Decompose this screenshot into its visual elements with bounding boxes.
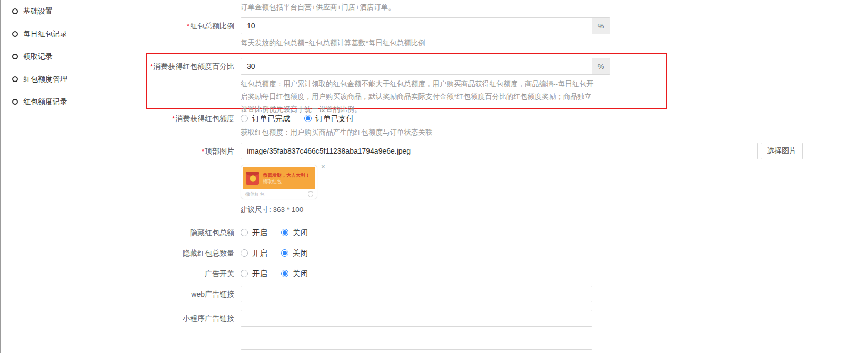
ad-switch-label: 广告开关 [76, 268, 234, 279]
image-size-hint: 建议尺寸: 363 * 100 [241, 205, 303, 215]
required-asterisk: * [187, 22, 189, 30]
circle-bullet-icon [12, 99, 18, 105]
settings-form: 订单金额包括平台自营+供应商+门店+酒店订单。 *红包总额比例 % 每天发放的红… [76, 0, 868, 353]
sidebar-item-daily-redpacket-records[interactable]: 每日红包记录 [1, 23, 76, 45]
radio-order-completed[interactable]: 订单已完成 [241, 114, 291, 124]
red-envelope-icon [246, 172, 259, 185]
hide-count-label: 隐藏红包总数量 [76, 248, 234, 258]
redpacket-banner-image: 恭喜发财，大吉大利！ 领取红包 [243, 167, 315, 189]
radio-ad-off[interactable]: 关闭 [281, 269, 308, 279]
consume-percent-label: *消费获得红包额度百分比 [76, 58, 234, 75]
circle-bullet-icon [12, 54, 18, 59]
circle-bullet-icon [12, 76, 18, 82]
circle-bullet-icon [12, 31, 18, 37]
red-packet-settings-page: { "required_mark": "*", "icons": { "clos… [0, 0, 868, 353]
banner-footer-text: 微信红包 [245, 191, 264, 198]
radio-order-paid[interactable]: 订单已支付 [304, 114, 354, 124]
sidebar: 基础设置 每日红包记录 领取记录 红包额度管理 红包额度记录 [0, 0, 76, 353]
consume-quota-help: 获取红包额度：用户购买商品产生的红包额度与订单状态关联 [241, 128, 433, 137]
radio-icon [281, 229, 288, 236]
mini-ad-link-label: 小程序广告链接 [76, 310, 234, 327]
shield-icon [308, 191, 313, 197]
sidebar-item-basic-settings[interactable]: 基础设置 [1, 0, 76, 23]
top-image-label: *顶部图片 [76, 143, 234, 160]
banner-title: 恭喜发财，大吉大利！ [263, 172, 310, 178]
total-ratio-input[interactable] [241, 17, 592, 34]
consume-quota-label: *消费获得红包额度 [76, 113, 234, 124]
top-image-path-input[interactable] [241, 143, 758, 159]
consume-quota-radio-group: 订单已完成 订单已支付 [241, 113, 367, 124]
consume-percent-input[interactable] [241, 58, 592, 75]
cutoff-bottom-input[interactable] [241, 349, 592, 353]
sidebar-item-label: 红包额度管理 [23, 75, 67, 84]
order-amount-note: 订单金额包括平台自营+供应商+门店+酒店订单。 [241, 3, 395, 12]
radio-hide-count-off[interactable]: 关闭 [281, 248, 308, 258]
banner-subtitle: 领取红包 [263, 178, 310, 185]
circle-bullet-icon [12, 8, 18, 14]
choose-image-button[interactable]: 选择图片 [761, 143, 803, 159]
radio-icon [241, 270, 248, 277]
radio-ad-on[interactable]: 开启 [241, 269, 267, 279]
top-image-preview: 恭喜发财，大吉大利！ 领取红包 微信红包 [241, 165, 317, 199]
consume-percent-unit: % [592, 58, 610, 75]
radio-icon [281, 270, 288, 277]
sidebar-item-label: 每日红包记录 [23, 29, 67, 39]
radio-icon [241, 115, 248, 122]
hide-total-label: 隐藏红包总额 [76, 227, 234, 238]
required-asterisk: * [172, 115, 175, 123]
radio-hide-total-off[interactable]: 关闭 [281, 228, 308, 238]
ad-switch-radio-group: 开启 关闭 [241, 268, 322, 279]
mini-ad-link-input[interactable] [241, 310, 592, 327]
web-ad-link-label: web广告链接 [76, 286, 234, 302]
sidebar-item-label: 基础设置 [23, 7, 53, 16]
web-ad-link-input[interactable] [241, 286, 592, 302]
radio-hide-count-on[interactable]: 开启 [241, 248, 267, 258]
hide-count-radio-group: 开启 关闭 [241, 248, 322, 258]
total-ratio-unit: % [592, 17, 610, 34]
hide-total-radio-group: 开启 关闭 [241, 227, 322, 238]
sidebar-item-label: 领取记录 [23, 52, 53, 62]
required-asterisk: * [150, 63, 153, 70]
radio-hide-total-on[interactable]: 开启 [241, 228, 267, 238]
remove-image-icon[interactable]: × [321, 164, 325, 170]
sidebar-item-quota-management[interactable]: 红包额度管理 [1, 68, 76, 90]
radio-icon [241, 229, 248, 236]
sidebar-item-claim-records[interactable]: 领取记录 [1, 45, 76, 68]
sidebar-item-label: 红包额度记录 [23, 97, 67, 107]
radio-icon [304, 115, 312, 122]
consume-percent-help: 红包总额度：用户累计领取的红包金额不能大于红包总额度，用户购买商品获得红包额度，… [241, 78, 596, 116]
total-ratio-help: 每天发放的红包总额=红包总额计算基数*每日红包总额比例 [241, 38, 425, 48]
radio-icon [281, 249, 288, 257]
sidebar-item-quota-records[interactable]: 红包额度记录 [1, 90, 76, 113]
required-asterisk: * [202, 147, 204, 155]
radio-icon [241, 249, 248, 257]
total-ratio-label: *红包总额比例 [76, 17, 234, 35]
